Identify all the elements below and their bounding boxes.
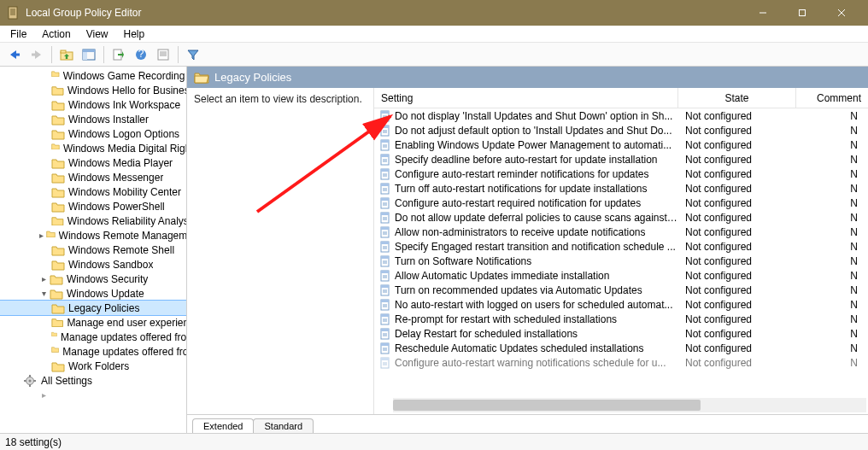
column-state[interactable]: State: [678, 88, 796, 108]
tree-item-label: Windows Security: [67, 273, 148, 285]
tree-item[interactable]: Windows Sandbox: [0, 257, 186, 272]
policy-row[interactable]: No auto-restart with logged on users for…: [374, 297, 868, 312]
tree-item[interactable]: Legacy Policies: [0, 301, 186, 315]
tab-extended[interactable]: Extended: [192, 418, 254, 433]
tree-item[interactable]: Windows Game Recording and Broadcasting: [0, 68, 186, 83]
properties-button[interactable]: [154, 45, 173, 64]
tree-item[interactable]: Windows Ink Workspace: [0, 97, 186, 112]
tree-item[interactable]: Windows Media Player: [0, 155, 186, 170]
tree-item[interactable]: ▸Windows Security: [0, 272, 186, 286]
folder-icon: [51, 244, 65, 256]
maximize-button[interactable]: [783, 0, 822, 26]
chevron-icon[interactable]: ▸: [38, 390, 50, 400]
policy-row[interactable]: Turn off auto-restart notifications for …: [374, 181, 868, 196]
tree-item[interactable]: Windows Hello for Business: [0, 83, 186, 97]
column-setting[interactable]: Setting: [374, 88, 678, 108]
svg-rect-30: [381, 111, 389, 114]
tree-item[interactable]: Windows Reliability Analysis: [0, 213, 186, 228]
policy-comment: N: [796, 270, 868, 282]
tree-item[interactable]: Manage end user experience: [0, 315, 186, 330]
tree-item[interactable]: Manage updates offered from Windows Upda…: [0, 344, 186, 359]
policy-comment: N: [796, 313, 868, 325]
policy-row[interactable]: Configure auto-restart warning notificat…: [374, 355, 868, 370]
policy-row[interactable]: Do not allow update deferral policies to…: [374, 210, 868, 225]
policy-comment: N: [796, 110, 868, 122]
policy-name: Turn on Software Notifications: [395, 255, 531, 267]
policy-row[interactable]: Reschedule Automatic Updates scheduled i…: [374, 341, 868, 355]
policy-row[interactable]: Do not adjust default option to 'Install…: [374, 123, 868, 137]
policy-row[interactable]: Specify Engaged restart transition and n…: [374, 239, 868, 254]
back-button[interactable]: [5, 45, 24, 64]
tree-item[interactable]: Windows Remote Shell: [0, 243, 186, 257]
folder-icon: [51, 259, 65, 271]
horizontal-scrollbar[interactable]: [393, 398, 866, 412]
folder-icon: [51, 172, 65, 184]
tree-item[interactable]: ▸: [0, 388, 186, 402]
tree-item-label: Windows Messenger: [68, 172, 163, 184]
policy-icon: [379, 284, 391, 296]
tree-item[interactable]: Windows Mobility Center: [0, 184, 186, 199]
policy-name: Specify deadline before auto-restart for…: [395, 154, 658, 166]
policy-state: Not configured: [678, 154, 796, 166]
folder-icon: [51, 114, 65, 126]
show-hide-tree-button[interactable]: [79, 45, 98, 64]
folder-icon: [46, 230, 56, 242]
tree-item-label: Windows Game Recording and Broadcasting: [63, 70, 186, 82]
policy-state: Not configured: [678, 328, 796, 340]
close-button[interactable]: [822, 0, 861, 26]
policy-row[interactable]: Turn on recommended updates via Automati…: [374, 283, 868, 297]
tree-item[interactable]: Work Folders: [0, 359, 186, 373]
tree-item[interactable]: ▾Windows Update: [0, 286, 186, 301]
policy-row[interactable]: Do not display 'Install Updates and Shut…: [374, 108, 868, 123]
menu-file[interactable]: File: [3, 26, 33, 42]
menu-action[interactable]: Action: [35, 26, 77, 42]
svg-rect-70: [381, 256, 389, 259]
export-button[interactable]: [109, 45, 128, 64]
policy-state: Not configured: [678, 110, 796, 122]
policy-comment: N: [796, 357, 868, 369]
tree-item[interactable]: Manage updates offered from Windows Serv…: [0, 330, 186, 344]
policy-row[interactable]: Enabling Windows Update Power Management…: [374, 137, 868, 152]
filter-button[interactable]: [184, 45, 202, 64]
tab-standard[interactable]: Standard: [253, 418, 314, 433]
column-comment[interactable]: Comment: [796, 88, 868, 108]
chevron-icon[interactable]: ▾: [38, 289, 50, 298]
tree-item-label: Windows Update: [67, 288, 144, 300]
tree-item[interactable]: ▸Windows Remote Management (WinRM): [0, 228, 186, 243]
tree-item[interactable]: Windows PowerShell: [0, 199, 186, 213]
svg-rect-62: [381, 227, 389, 230]
policy-name: Re-prompt for restart with scheduled ins…: [395, 313, 617, 325]
policy-state: Not configured: [678, 168, 796, 180]
policy-row[interactable]: Allow non-administrators to receive upda…: [374, 225, 868, 239]
minimize-button[interactable]: [743, 0, 783, 26]
tree-item-label: Windows Reliability Analysis: [67, 215, 186, 227]
policy-row[interactable]: Configure auto-restart required notifica…: [374, 196, 868, 210]
tree-item[interactable]: Windows Media Digital Rights Management: [0, 141, 186, 155]
policy-icon: [379, 342, 391, 354]
tree-item[interactable]: Windows Logon Options: [0, 126, 186, 141]
tree-item-all-settings[interactable]: All Settings: [0, 373, 186, 388]
chevron-icon[interactable]: ▸: [38, 231, 46, 240]
policy-row[interactable]: Delay Restart for scheduled installation…: [374, 326, 868, 341]
status-text: 18 setting(s): [5, 436, 62, 448]
policy-row[interactable]: Specify deadline before auto-restart for…: [374, 152, 868, 167]
svg-rect-46: [381, 169, 389, 172]
up-button[interactable]: [57, 45, 76, 64]
tree-item[interactable]: Windows Installer: [0, 112, 186, 126]
policy-row[interactable]: Re-prompt for restart with scheduled ins…: [374, 312, 868, 326]
policy-row[interactable]: Allow Automatic Updates immediate instal…: [374, 268, 868, 283]
scrollbar-thumb[interactable]: [393, 400, 701, 411]
menu-help[interactable]: Help: [117, 26, 152, 42]
folder-icon: [51, 215, 64, 227]
navigation-tree[interactable]: Windows Game Recording and BroadcastingW…: [0, 67, 187, 433]
tree-item[interactable]: Windows Messenger: [0, 170, 186, 184]
forward-button[interactable]: [27, 45, 46, 64]
chevron-icon[interactable]: ▸: [38, 274, 50, 283]
policy-row[interactable]: Turn on Software NotificationsNot config…: [374, 254, 868, 268]
policy-row[interactable]: Configure auto-restart reminder notifica…: [374, 167, 868, 181]
menu-view[interactable]: View: [79, 26, 115, 42]
policy-state: Not configured: [678, 125, 796, 137]
help-button[interactable]: ?: [132, 45, 150, 64]
policy-name: Specify Engaged restart transition and n…: [395, 241, 676, 253]
policy-comment: N: [796, 125, 868, 137]
